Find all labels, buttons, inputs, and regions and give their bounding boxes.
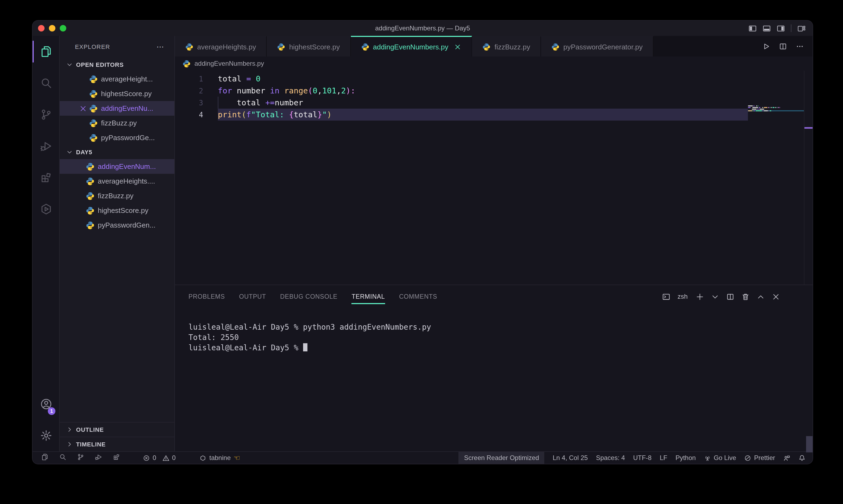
activity-settings[interactable] bbox=[33, 420, 59, 451]
section-header-open-editors[interactable]: OPEN EDITORS bbox=[60, 58, 174, 72]
line-number: 4 bbox=[175, 110, 203, 119]
file-item-pypasswordgen[interactable]: pyPasswordGen... bbox=[60, 218, 174, 232]
toggle-sidebar-right-icon[interactable] bbox=[777, 24, 785, 32]
zoom-window-button[interactable] bbox=[60, 25, 66, 32]
panel-tab-comments[interactable]: COMMENTS bbox=[399, 285, 437, 308]
panel-header: PROBLEMSOUTPUTDEBUG CONSOLETERMINALCOMME… bbox=[175, 285, 812, 308]
code-text: total = 0 bbox=[203, 74, 261, 83]
activity-accounts[interactable]: 1 bbox=[33, 388, 59, 420]
maximize-panel-icon[interactable] bbox=[757, 292, 765, 301]
status-notifications[interactable] bbox=[799, 452, 806, 464]
file-item-highestscore-py[interactable]: highestScore.py bbox=[60, 86, 174, 101]
tab-addingevennumbers-py[interactable]: addingEvenNumbers.py bbox=[351, 36, 472, 56]
breadcrumb[interactable]: addingEvenNumbers.py bbox=[175, 56, 812, 71]
activity-explorer[interactable] bbox=[33, 36, 59, 67]
status-run-debug[interactable] bbox=[95, 453, 102, 462]
minimap[interactable] bbox=[748, 105, 804, 285]
tab-label: highestScore.py bbox=[289, 43, 340, 51]
code-editor[interactable]: 1total = 02for number in range(0,101,2):… bbox=[175, 71, 812, 285]
minimize-window-button[interactable] bbox=[49, 25, 55, 32]
section-header-day5[interactable]: DAY5 bbox=[60, 145, 174, 159]
desktop: addingEvenNumbers.py — Day5 1 EXPLORER ⋯… bbox=[0, 0, 843, 504]
titlebar-separator bbox=[791, 24, 791, 32]
tabnine-status[interactable]: tabnine ☜ bbox=[200, 453, 240, 462]
status-language-mode[interactable]: Python bbox=[676, 452, 696, 464]
more-actions-icon[interactable] bbox=[796, 42, 804, 50]
status-files[interactable] bbox=[41, 453, 48, 462]
terminal-line: Total: 2550 bbox=[189, 333, 812, 343]
minimap-line bbox=[748, 107, 804, 108]
status-prettier[interactable]: Prettier bbox=[745, 452, 775, 464]
status-screen-reader[interactable]: Screen Reader Optimized bbox=[459, 452, 544, 464]
status-feedback[interactable] bbox=[783, 452, 790, 464]
status-search[interactable] bbox=[59, 453, 66, 462]
extensions-icon bbox=[40, 172, 52, 184]
close-window-button[interactable] bbox=[38, 25, 44, 32]
file-item-addingevennu[interactable]: addingEvenNu... bbox=[60, 101, 174, 116]
activity-run-debug[interactable] bbox=[33, 130, 59, 162]
tab-averageheights-py[interactable]: averageHeights.py bbox=[175, 36, 267, 56]
status-cursor-position[interactable]: Ln 4, Col 25 bbox=[553, 452, 588, 464]
activity-hexagon-extension[interactable] bbox=[33, 193, 59, 225]
settings-icon bbox=[40, 430, 52, 442]
split-editor-icon[interactable] bbox=[779, 42, 787, 50]
section-header-outline[interactable]: OUTLINE bbox=[60, 422, 174, 437]
activity-search[interactable] bbox=[33, 67, 59, 99]
file-item-addingevennum[interactable]: addingEvenNum... bbox=[60, 159, 174, 174]
status-source-control[interactable] bbox=[77, 453, 84, 462]
section-header-timeline[interactable]: TIMELINE bbox=[60, 437, 174, 451]
panel-tab-output[interactable]: OUTPUT bbox=[239, 285, 266, 308]
sidebar-more-actions-icon[interactable]: ⋯ bbox=[157, 42, 165, 51]
problems-status[interactable]: 0 0 bbox=[143, 454, 176, 462]
errors-icon bbox=[143, 454, 150, 461]
terminal-scrollbar[interactable] bbox=[806, 436, 812, 452]
file-item-pypasswordge[interactable]: pyPasswordGe... bbox=[60, 130, 174, 145]
code-line-1: 1total = 0 bbox=[175, 73, 812, 85]
close-tab-icon[interactable] bbox=[454, 43, 462, 50]
panel-tab-problems[interactable]: PROBLEMS bbox=[189, 285, 225, 308]
toggle-panel-icon[interactable] bbox=[763, 24, 771, 32]
terminal-shell-icon[interactable] bbox=[662, 292, 670, 301]
status-eol[interactable]: LF bbox=[660, 452, 667, 464]
activity-extensions[interactable] bbox=[33, 162, 59, 193]
terminal-line: luisleal@Leal-Air Day5 % python3 addingE… bbox=[189, 323, 812, 333]
file-item-fizzbuzz-py[interactable]: fizzBuzz.py bbox=[60, 116, 174, 130]
file-item-averageheight[interactable]: averageHeight... bbox=[60, 72, 174, 86]
activity-bar: 1 bbox=[33, 36, 60, 451]
activity-source-control[interactable] bbox=[33, 99, 59, 130]
close-icon[interactable] bbox=[79, 105, 87, 112]
tab-pypasswordgenerator-py[interactable]: pyPasswordGenerator.py bbox=[541, 36, 653, 56]
tab-highestscore-py[interactable]: highestScore.py bbox=[267, 36, 351, 56]
status-indentation[interactable]: Spaces: 4 bbox=[596, 452, 625, 464]
bell-icon bbox=[799, 454, 806, 461]
tab-fizzbuzz-py[interactable]: fizzBuzz.py bbox=[472, 36, 541, 56]
python-file-icon bbox=[89, 133, 98, 142]
customize-layout-icon[interactable] bbox=[797, 24, 806, 32]
file-item-averageheights[interactable]: averageHeights.... bbox=[60, 174, 174, 188]
new-terminal-icon[interactable] bbox=[696, 292, 704, 301]
hexagon-extension-icon bbox=[40, 203, 52, 215]
panel-tab-terminal[interactable]: TERMINAL bbox=[352, 285, 385, 308]
minimap-line bbox=[748, 109, 804, 110]
terminal[interactable]: luisleal@Leal-Air Day5 % python3 addingE… bbox=[175, 308, 812, 452]
run-file-icon[interactable] bbox=[762, 42, 770, 50]
close-panel-icon[interactable] bbox=[772, 292, 780, 301]
line-number: 3 bbox=[175, 98, 203, 107]
status-extensions[interactable] bbox=[113, 453, 120, 462]
main-area: 1 EXPLORER ⋯ OPEN EDITORSaverageHeight..… bbox=[33, 36, 812, 451]
status-encoding-label: UTF-8 bbox=[633, 454, 651, 462]
bottom-panel: PROBLEMSOUTPUTDEBUG CONSOLETERMINALCOMME… bbox=[175, 285, 812, 452]
editor-scrollbar[interactable] bbox=[804, 71, 812, 285]
panel-tab-debug-console[interactable]: DEBUG CONSOLE bbox=[280, 285, 338, 308]
file-item-fizzbuzz-py[interactable]: fizzBuzz.py bbox=[60, 188, 174, 203]
file-item-label: fizzBuzz.py bbox=[98, 192, 172, 200]
split-terminal-icon[interactable] bbox=[726, 292, 734, 301]
accounts-badge: 1 bbox=[48, 407, 55, 415]
status-encoding[interactable]: UTF-8 bbox=[633, 452, 651, 464]
status-go-live[interactable]: Go Live bbox=[704, 452, 736, 464]
kill-terminal-icon[interactable] bbox=[741, 292, 750, 301]
toggle-sidebar-left-icon[interactable] bbox=[749, 24, 757, 32]
terminal-dropdown-icon[interactable] bbox=[711, 292, 719, 301]
search-icon bbox=[40, 77, 52, 89]
file-item-highestscore-py[interactable]: highestScore.py bbox=[60, 203, 174, 218]
